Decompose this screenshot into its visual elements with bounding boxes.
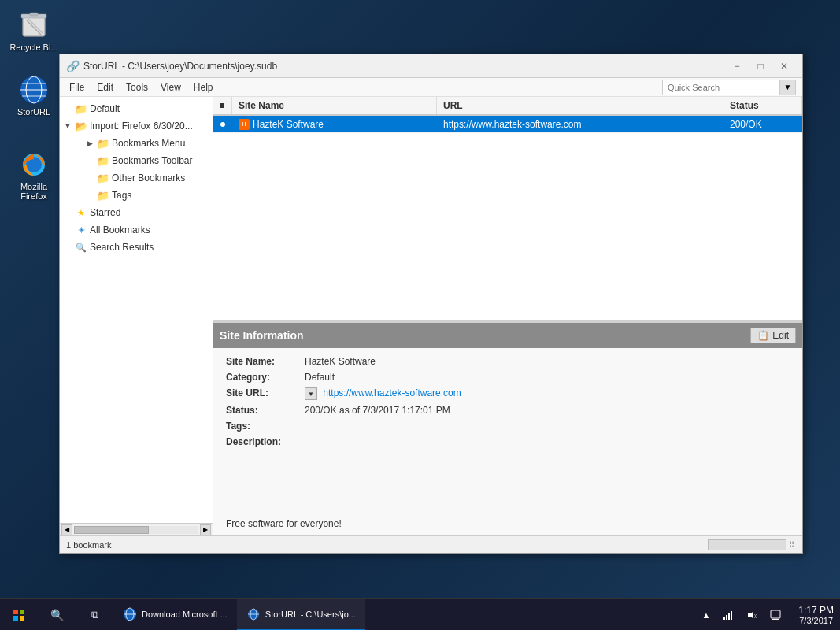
taskbar-app-download-ms[interactable]: Download Microsoft ... (113, 599, 237, 631)
tree-toggle-bm[interactable]: ▶ (85, 139, 94, 148)
bullet-header-dot (220, 103, 224, 108)
tree-label-bm: Bookmarks Menu (112, 138, 185, 149)
tree-label-search: Search Results (90, 242, 154, 253)
header-site-name[interactable]: Site Name (232, 97, 437, 114)
svg-rect-17 (20, 616, 24, 621)
task-view-button[interactable]: ⧉ (76, 599, 113, 631)
status-value: 200/OK as of 7/3/2017 1:17:01 PM (305, 405, 790, 416)
svg-rect-15 (20, 610, 24, 614)
tree-item-tags[interactable]: 📁 Tags (60, 187, 213, 204)
tray-action-center[interactable] (765, 599, 786, 631)
menu-help[interactable]: Help (187, 78, 220, 97)
edit-button[interactable]: 📋 Edit (750, 328, 796, 343)
scroll-thumb[interactable] (74, 526, 149, 534)
taskbar-search-button[interactable]: 🔍 (38, 599, 76, 631)
quick-search-input[interactable] (662, 80, 780, 95)
svg-rect-14 (13, 610, 18, 614)
table-body: H HazteK Software https://www.haztek-sof… (213, 116, 802, 320)
menu-edit[interactable]: Edit (91, 78, 120, 97)
sitename-label: Site Name: (226, 356, 305, 367)
storurl-icon (18, 74, 50, 106)
tree-horizontal-scrollbar[interactable]: ◀ ▶ (60, 523, 213, 536)
url-value: ▼ https://www.haztek-software.com (305, 387, 790, 400)
tree-item-default[interactable]: 📁 Default (60, 100, 213, 117)
star-icon-starred: ★ (75, 206, 87, 219)
menu-bar: File Edit Tools View Help ▼ (60, 78, 802, 97)
tray-chevron[interactable]: ▲ (697, 599, 715, 631)
footer-text: Free software for everyone! (213, 518, 802, 536)
site-favicon: H (239, 119, 250, 130)
tree-item-starred[interactable]: ★ Starred (60, 204, 213, 221)
title-bar-icon: 🔗 (66, 60, 79, 72)
svg-rect-26 (728, 613, 730, 620)
scroll-left-button[interactable]: ◀ (61, 524, 72, 536)
svg-rect-0 (23, 16, 45, 36)
tree-label-ob: Other Bookmarks (112, 172, 185, 183)
desktop-icon-firefox[interactable]: Mozilla Firefox (6, 146, 61, 204)
tree-label-tags: Tags (112, 190, 131, 201)
info-row-category: Category: Default (226, 372, 790, 383)
table-header: Site Name URL Status (213, 97, 802, 116)
info-row-sitename: Site Name: HazteK Software (226, 356, 790, 367)
tree-item-all-bookmarks[interactable]: ✳ All Bookmarks (60, 221, 213, 239)
close-button[interactable]: ✕ (772, 54, 796, 78)
svg-rect-30 (771, 610, 780, 618)
category-label: Category: (226, 372, 305, 383)
resize-grip[interactable]: ⠿ (786, 540, 796, 550)
info-row-status: Status: 200/OK as of 7/3/2017 1:17:01 PM (226, 405, 790, 416)
tree-item-other-bookmarks[interactable]: 📁 Other Bookmarks (60, 169, 213, 187)
svg-rect-16 (13, 616, 18, 621)
svg-text:)))): )))) (754, 613, 757, 618)
tree-toggle-default[interactable] (63, 104, 72, 113)
header-status[interactable]: Status (723, 97, 802, 114)
taskbar-app-label-download: Download Microsoft ... (142, 610, 228, 619)
tree-toggle-import[interactable]: ▼ (63, 121, 72, 131)
header-bullet[interactable] (213, 97, 232, 114)
tree-item-search-results[interactable]: 🔍 Search Results (60, 239, 213, 256)
tree-toggle-bt[interactable] (85, 156, 94, 165)
menu-view[interactable]: View (154, 78, 187, 97)
quick-search-dropdown-button[interactable]: ▼ (780, 80, 796, 95)
tree-item-bookmarks-toolbar[interactable]: 📁 Bookmarks Toolbar (60, 152, 213, 169)
tree-item-import-firefox[interactable]: ▼ 📂 Import: Firefox 6/30/20... (60, 117, 213, 135)
tree-toggle-starred[interactable] (63, 208, 72, 217)
url-dropdown-button[interactable]: ▼ (305, 387, 317, 400)
header-url[interactable]: URL (437, 97, 723, 114)
recycle-bin-label: Recycle Bi... (9, 43, 57, 52)
scroll-right-button[interactable]: ▶ (200, 524, 211, 536)
menu-file[interactable]: File (63, 78, 91, 97)
recycle-bin-icon (18, 9, 50, 41)
info-row-url: Site URL: ▼ https://www.haztek-software.… (226, 387, 790, 400)
taskbar-app-storurl[interactable]: StorURL - C:\Users\jo... (237, 599, 365, 631)
table-row[interactable]: H HazteK Software https://www.haztek-sof… (213, 116, 802, 133)
minimize-button[interactable]: − (725, 54, 749, 78)
main-window: 🔗 StorURL - C:\Users\joey\Documents\joey… (59, 54, 803, 554)
tree-toggle-ob[interactable] (85, 173, 94, 183)
tray-network[interactable] (718, 599, 738, 631)
tray-volume[interactable]: )))) (742, 599, 762, 631)
row-status: 200/OK (723, 117, 802, 132)
desktop-icon-recycle-bin[interactable]: Recycle Bi... (6, 6, 61, 55)
taskbar: 🔍 ⧉ Download Microsoft ... (0, 598, 840, 630)
download-ms-icon (123, 607, 137, 621)
desktop-icon-storurl[interactable]: StorURL (6, 71, 61, 120)
tree-label-default: Default (90, 103, 120, 114)
tree-item-bookmarks-menu[interactable]: ▶ 📁 Bookmarks Menu (60, 135, 213, 152)
status-label: Status: (226, 405, 305, 416)
start-button[interactable] (0, 599, 38, 631)
menu-tools[interactable]: Tools (120, 78, 154, 97)
tree-toggle-search[interactable] (63, 243, 72, 252)
maximize-button[interactable]: □ (749, 54, 772, 78)
tree-toggle-tags[interactable] (85, 191, 94, 200)
tree-label-starred: Starred (90, 207, 120, 218)
tree-toggle-all[interactable] (63, 225, 72, 235)
scroll-track[interactable] (74, 526, 198, 534)
folder-icon-tags: 📁 (97, 189, 109, 202)
taskbar-clock[interactable]: 1:17 PM 7/3/2017 (792, 599, 840, 631)
site-info-header: Site Information 📋 Edit (213, 323, 802, 348)
folder-icon-import: 📂 (75, 120, 87, 132)
taskbar-app-label-storurl: StorURL - C:\Users\jo... (265, 610, 356, 619)
svg-rect-25 (726, 615, 727, 620)
url-link[interactable]: https://www.haztek-software.com (323, 387, 461, 398)
info-row-description: Description: (226, 436, 790, 447)
